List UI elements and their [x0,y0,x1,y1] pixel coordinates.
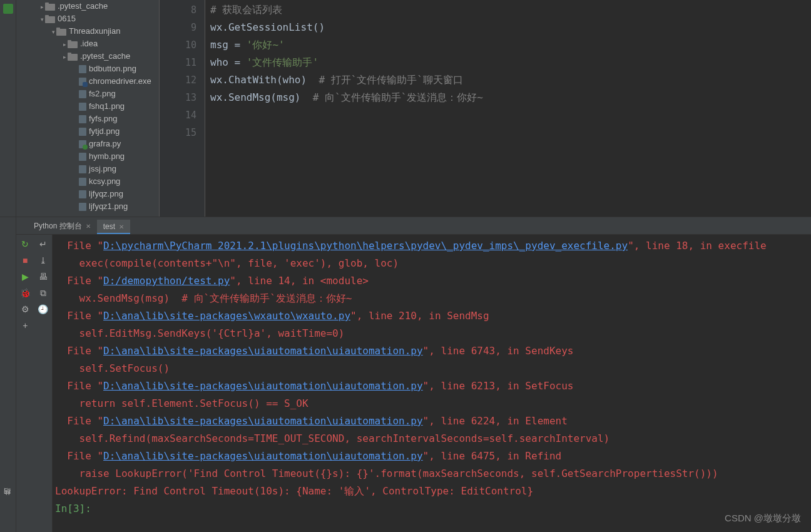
tree-item-label: 0615 [58,14,76,23]
tree-item-label: fshq1.png [89,101,125,111]
line-number: 10 [160,36,196,54]
file-icon [79,203,86,211]
py-icon [79,140,86,148]
console-line: In[3]: [55,500,811,518]
file-link[interactable]: D:\ana\lib\site-packages\wxauto\wxauto.p… [103,310,350,322]
tree-item[interactable]: ▾0615 [16,13,159,25]
code-line[interactable]: wx.GetSessionList() [210,19,811,36]
line-number: 15 [160,124,196,141]
file-icon [79,178,86,186]
code-editor[interactable]: 89101112131415 # 获取会话列表wx.GetSessionList… [159,0,811,217]
tree-item[interactable]: chromedriver.exe [16,75,159,88]
tree-item[interactable]: kcsy.png [16,175,159,188]
tab-label: Python 控制台 [34,221,82,232]
console-line: File "D:/demopython/test.py", line 14, i… [55,272,811,290]
file-link[interactable]: D:\pycharm\PyCharm 2021.2.1\plugins\pyth… [103,240,628,252]
file-link[interactable]: D:\ana\lib\site-packages\uiautomation\ui… [103,345,423,357]
console-line: LookupError: Find Control Timeout(10s): … [55,483,811,500]
line-number: 14 [160,106,196,124]
console-line: raise LookupError('Find Control Timeout(… [55,465,811,483]
file-link[interactable]: D:\ana\lib\site-packages\uiautomation\ui… [103,450,423,462]
tree-item-label: grafra.py [89,139,121,148]
file-icon [79,153,86,161]
console-line: self.Refind(maxSearchSeconds=TIME_OUT_SE… [55,430,811,448]
history-icon[interactable]: 🕘 [35,301,51,317]
tree-item-label: jssj.png [89,164,116,173]
tree-item-label: .pytest_cache [58,1,108,11]
chevron-right-icon[interactable]: ▸ [39,1,45,13]
code-line[interactable]: msg = '你好~' [210,36,811,54]
bottom-left-gutter: 结构 [0,217,16,532]
tree-item[interactable]: grafra.py [16,138,159,150]
console-line: File "D:\ana\lib\site-packages\uiautomat… [55,377,811,395]
tab-test[interactable]: test ✕ [97,220,130,234]
run-icon[interactable]: ▶ [17,269,33,285]
tree-item[interactable]: fytjd.png [16,125,159,138]
tree-item-label: kcsy.png [89,176,120,186]
line-number: 11 [160,54,196,71]
file-link[interactable]: D:\ana\lib\site-packages\uiautomation\ui… [103,415,423,427]
tree-item-label: ljfyqz1.png [89,202,128,211]
code-line[interactable]: wx.SendMsg(msg) # 向`文件传输助手`发送消息：你好~ [210,89,811,106]
tree-item[interactable]: bdbutton.png [16,63,159,75]
file-icon [79,103,86,111]
tree-item[interactable]: fs2.png [16,88,159,100]
code-line[interactable]: # 获取会话列表 [210,1,811,19]
tree-item-label: chromedriver.exe [89,76,151,86]
tree-item[interactable]: ▸.pytest_cache [16,0,159,13]
tree-item-label: fyfs.png [89,114,118,123]
tree-item[interactable]: ▸.pytest_cache [16,50,159,63]
left-gutter [0,0,16,217]
chevron-right-icon[interactable]: ▸ [61,51,68,63]
console-line: File "D:\ana\lib\site-packages\wxauto\wx… [55,307,811,325]
file-icon [79,128,86,136]
code-area[interactable]: # 获取会话列表wx.GetSessionList()msg = '你好~'wh… [205,0,811,217]
line-number: 13 [160,89,196,106]
wrap-icon[interactable]: ↵ [35,236,51,252]
tree-item[interactable]: fshq1.png [16,100,159,113]
tree-item[interactable]: ▸.idea [16,38,159,50]
close-icon[interactable]: ✕ [119,223,124,230]
tree-item[interactable]: jssj.png [16,163,159,175]
chevron-down-icon[interactable]: ▾ [50,26,56,38]
close-icon[interactable]: ✕ [86,223,91,230]
print-icon[interactable]: 🖶 [35,269,51,285]
debug-icon[interactable]: 🐞 [17,285,33,301]
console-line: self.SetFocus() [55,360,811,377]
chevron-right-icon[interactable]: ▸ [61,38,68,51]
console-line: File "D:\ana\lib\site-packages\uiautomat… [55,412,811,430]
tree-item-label: .idea [80,39,98,48]
code-line[interactable]: wx.ChatWith(who) # 打开`文件传输助手`聊天窗口 [210,71,811,89]
stop-icon[interactable]: ■ [17,252,33,269]
structure-tool-icon[interactable] [3,4,13,14]
file-link[interactable]: D:/demopython/test.py [103,275,230,287]
link-icon[interactable]: ⧉ [35,285,51,301]
console-line: wx.SendMsg(msg) # 向`文件传输助手`发送消息：你好~ [55,290,811,307]
console-output[interactable]: File "D:\pycharm\PyCharm 2021.2.1\plugin… [53,235,811,532]
rerun-icon[interactable]: ↻ [17,236,33,252]
code-line[interactable]: who = '文件传输助手' [210,54,811,71]
project-tree[interactable]: ▸.pytest_cache▾0615▾Threadxunjian▸.idea▸… [16,0,159,217]
file-link[interactable]: D:\ana\lib\site-packages\uiautomation\ui… [103,380,423,392]
console-line: return self.Element.SetFocus() == S_OK [55,395,811,412]
line-gutter: 89101112131415 [159,0,205,217]
tree-item-label: ljfyqz.png [89,189,123,198]
add-icon[interactable]: + [17,317,33,334]
tree-item[interactable]: ljfyqz.png [16,188,159,200]
line-number: 12 [160,71,196,89]
tree-item[interactable]: hymb.png [16,150,159,163]
tree-item-label: bdbutton.png [89,64,136,73]
tree-item[interactable]: fyfs.png [16,113,159,125]
folder-icon [56,29,66,36]
settings-icon[interactable]: ⚙ [17,301,33,317]
scroll-icon[interactable]: ⤓ [35,252,51,269]
tree-item-label: fytjd.png [89,126,120,136]
tree-item[interactable]: ljfyqz1.png [16,200,159,213]
file-icon [79,165,86,173]
tree-item-label: hymb.png [89,151,125,161]
tree-item[interactable]: ▾Threadxunjian [16,25,159,38]
chevron-down-icon[interactable]: ▾ [39,13,45,26]
tab-python-console[interactable]: Python 控制台 ✕ [28,218,97,234]
console-line: File "D:\pycharm\PyCharm 2021.2.1\plugin… [55,237,811,255]
console-line: exec(compile(contents+"\n", file, 'exec'… [55,255,811,272]
